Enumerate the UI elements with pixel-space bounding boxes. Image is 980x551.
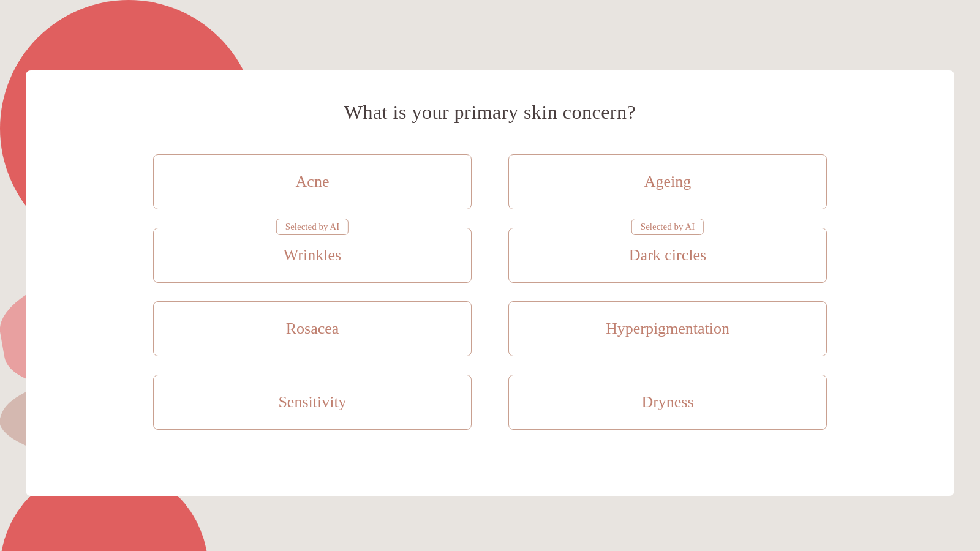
option-dark-circles[interactable]: Selected by AI Dark circles (508, 228, 827, 283)
option-dryness[interactable]: Dryness (508, 375, 827, 430)
options-grid: Acne Ageing Selected by AI Wrinkles Sele… (153, 154, 827, 430)
option-ageing-label: Ageing (644, 173, 692, 191)
option-sensitivity[interactable]: Sensitivity (153, 375, 472, 430)
ai-badge-wrinkles: Selected by AI (276, 219, 349, 235)
option-hyperpigmentation[interactable]: Hyperpigmentation (508, 301, 827, 356)
option-hyperpigmentation-label: Hyperpigmentation (606, 320, 729, 338)
option-rosacea[interactable]: Rosacea (153, 301, 472, 356)
option-ageing[interactable]: Ageing (508, 154, 827, 209)
option-wrinkles-label: Wrinkles (284, 246, 341, 264)
option-wrinkles[interactable]: Selected by AI Wrinkles (153, 228, 472, 283)
option-dark-circles-label: Dark circles (629, 246, 706, 264)
page-title: What is your primary skin concern? (344, 101, 636, 124)
option-acne[interactable]: Acne (153, 154, 472, 209)
option-sensitivity-label: Sensitivity (278, 393, 346, 411)
ai-badge-dark-circles: Selected by AI (631, 219, 704, 235)
main-card: What is your primary skin concern? Acne … (26, 70, 954, 496)
option-dryness-label: Dryness (641, 393, 693, 411)
option-acne-label: Acne (296, 173, 330, 191)
option-rosacea-label: Rosacea (286, 320, 339, 338)
